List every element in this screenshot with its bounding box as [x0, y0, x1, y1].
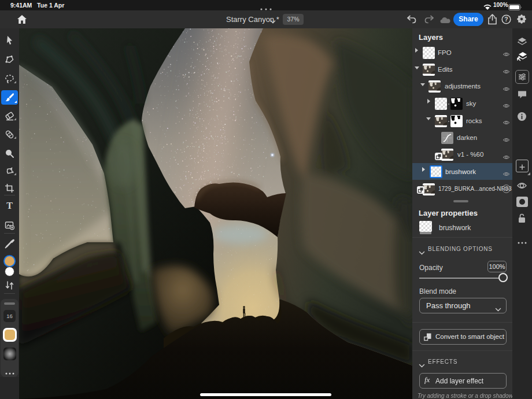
svg-text:?: ?	[504, 16, 508, 23]
